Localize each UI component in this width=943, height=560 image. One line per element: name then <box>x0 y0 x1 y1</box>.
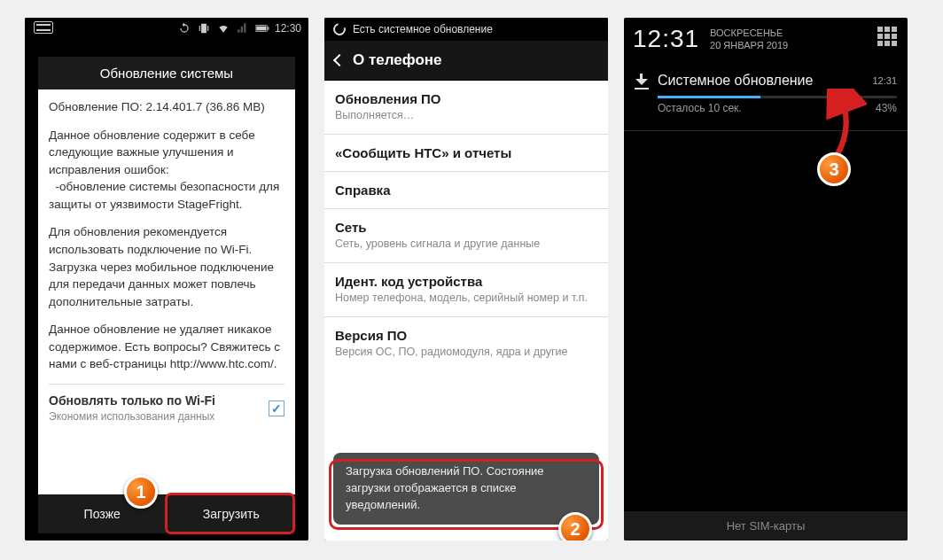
wifi-only-title: Обновлять только по Wi-Fi <box>49 392 215 409</box>
wifi-only-row[interactable]: Обновлять только по Wi-Fi Экономия испол… <box>49 384 284 425</box>
no-sim-footer: Нет SIM-карты <box>624 510 908 541</box>
status-bar: 12:30 <box>25 18 308 39</box>
sync-icon <box>177 22 191 35</box>
download-icon <box>635 74 649 88</box>
percent-text: 43% <box>876 102 897 114</box>
dialog-body: Обновление ПО: 2.14.401.7 (36.86 MB) Дан… <box>38 89 295 494</box>
phone-screenshot-3: 12:31 ВОСКРЕСЕНЬЕ 20 ЯНВАРЯ 2019 Системн… <box>624 18 908 541</box>
shade-date: ВОСКРЕСЕНЬЕ 20 ЯНВАРЯ 2019 <box>710 27 788 52</box>
update-desc-1: Данное обновление содержит в себе следую… <box>49 127 284 214</box>
update-desc-2: Для обновления рекомендуется использоват… <box>49 223 284 310</box>
notification-time: 12:31 <box>872 75 897 86</box>
annotation-marker-2: 2 <box>558 512 592 541</box>
divider <box>624 130 908 131</box>
status-bar: Есть системное обновление <box>324 18 608 41</box>
wifi-only-sub: Экономия использования данных <box>49 409 215 424</box>
header-title: О телефоне <box>353 51 442 69</box>
item-title: «Сообщить HTC» и отчеты <box>335 145 597 160</box>
toast-container: Загрузка обновлений ПО. Состояние загруз… <box>333 453 599 525</box>
shade-day: ВОСКРЕСЕНЬЕ <box>710 27 788 39</box>
signal-icon <box>236 22 250 35</box>
desc-text: Данное обновление содержит в себе следую… <box>49 128 255 176</box>
remaining-text: Осталось 10 сек. <box>658 102 742 114</box>
item-title: Версия ПО <box>335 328 597 343</box>
status-text: Есть системное обновление <box>353 23 493 35</box>
shade-date-line: 20 ЯНВАРЯ 2019 <box>710 39 788 51</box>
vibrate-icon <box>197 22 211 35</box>
item-device-id[interactable]: Идент. код устройства Номер телефона, мо… <box>324 263 608 317</box>
download-toast: Загрузка обновлений ПО. Состояние загруз… <box>333 453 599 525</box>
status-time: 12:30 <box>275 22 301 35</box>
wifi-only-checkbox[interactable]: ✓ <box>269 401 284 416</box>
item-help[interactable]: Справка <box>324 172 608 209</box>
svg-rect-1 <box>256 27 266 31</box>
refresh-icon <box>331 20 347 37</box>
item-sub: Сеть, уровень сигнала и другие данные <box>335 237 597 252</box>
svg-rect-2 <box>268 27 269 29</box>
item-title: Обновления ПО <box>335 91 597 106</box>
download-notification[interactable]: Системное обновление 12:31 Осталось 10 с… <box>624 66 908 123</box>
phone-screenshot-2: Есть системное обновление О телефоне Обн… <box>324 18 608 541</box>
notification-title: Системное обновление <box>658 73 863 89</box>
item-title: Справка <box>335 183 597 198</box>
item-network[interactable]: Сеть Сеть, уровень сигнала и другие данн… <box>324 209 608 263</box>
system-update-dialog: Обновление системы Обновление ПО: 2.14.4… <box>38 57 295 533</box>
update-desc-3: Данное обновление не удаляет никакое сод… <box>49 321 284 373</box>
progress-fill <box>658 96 760 98</box>
download-progress <box>658 96 897 98</box>
dialog-title: Обновление системы <box>38 57 295 89</box>
item-software-updates[interactable]: Обновления ПО Выполняется… <box>324 81 608 135</box>
wifi-icon <box>216 22 230 35</box>
item-sub: Выполняется… <box>335 108 597 123</box>
annotation-marker-1: 1 <box>124 475 158 509</box>
settings-header[interactable]: О телефоне <box>324 41 608 81</box>
notification-icon <box>34 21 53 34</box>
back-icon[interactable] <box>333 54 346 66</box>
item-sub: Версия ОС, ПО, радиомодуля, ядра и други… <box>335 345 597 360</box>
phone-screenshot-1: 12:30 Обновление системы Обновление ПО: … <box>25 18 308 541</box>
item-tell-htc[interactable]: «Сообщить HTC» и отчеты <box>324 135 608 172</box>
item-sub: Номер телефона, модель, серийный номер и… <box>335 291 597 306</box>
battery-icon <box>255 22 269 35</box>
notification-shade-header: 12:31 ВОСКРЕСЕНЬЕ 20 ЯНВАРЯ 2019 <box>624 18 908 58</box>
desc-bullet: -обновление системы безопасности для защ… <box>49 180 283 211</box>
item-software-version[interactable]: Версия ПО Версия ОС, ПО, радиомодуля, яд… <box>324 317 608 370</box>
download-button[interactable]: Загрузить <box>168 494 296 533</box>
annotation-marker-3: 3 <box>817 152 851 186</box>
item-title: Сеть <box>335 220 597 235</box>
item-title: Идент. код устройства <box>335 274 597 289</box>
dialog-buttons: Позже Загрузить <box>38 494 295 533</box>
quick-settings-icon[interactable] <box>877 27 897 46</box>
update-version: Обновление ПО: 2.14.401.7 (36.86 MB) <box>49 98 284 116</box>
shade-time: 12:31 <box>633 25 699 53</box>
